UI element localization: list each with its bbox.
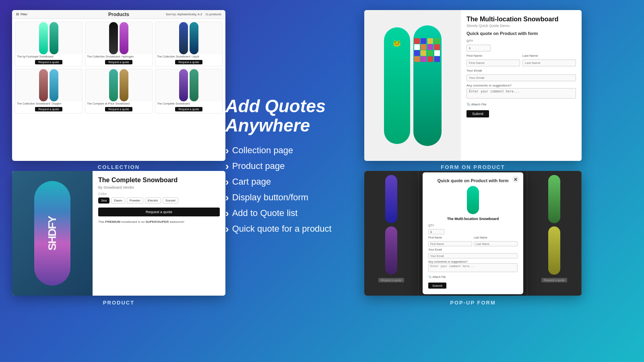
popup-product-name: The Multi-location Snowboard — [428, 217, 518, 221]
product-name-2: The Collection Snowboard: Hydrogen — [85, 54, 152, 59]
qty-label: QTY — [466, 39, 576, 43]
popup-comments-field: Any comments or suggestions? — [428, 260, 518, 274]
request-quote-btn-1[interactable]: Request a quote — [35, 60, 62, 64]
form-product-title: The Multi-location Snowboard — [466, 16, 576, 23]
popup-close-button[interactable]: × — [512, 176, 519, 183]
comments-input[interactable] — [466, 88, 576, 99]
product-name-6: The Complete Snowboard — [155, 101, 222, 106]
product-title: The Complete Snowboard — [98, 177, 220, 184]
list-item: The Collection Snowboard: Liquid Request… — [155, 22, 223, 66]
board-3b — [190, 22, 198, 54]
variant-powder[interactable]: Powder — [127, 197, 143, 204]
product-label-text: PRODUCT — [103, 300, 134, 306]
px — [421, 44, 426, 50]
px — [414, 50, 420, 56]
feature-block: Add Quotes Anywhere Collection page Prod… — [225, 97, 402, 237]
feature-item-3: Cart page — [225, 174, 402, 190]
product-image-5 — [85, 69, 152, 101]
product-quote-button[interactable]: Request a quote — [98, 208, 220, 216]
product-name-4: The Collection Snowboard: Oxygen — [15, 101, 82, 106]
form-submit-button[interactable]: Submit — [466, 110, 489, 117]
product-board-area: SHDFY — [12, 171, 93, 296]
email-label: Your Email — [466, 69, 576, 72]
email-input[interactable] — [466, 74, 576, 81]
request-quote-btn-4[interactable]: Request a quote — [35, 107, 62, 111]
popup-label-text: POP-UP FORM — [450, 300, 496, 306]
collection-header: ⊟ Filter Products Sort by: Alphabeticall… — [12, 10, 225, 19]
popup-bg-btn-1[interactable]: Request a quote — [378, 278, 404, 282]
product-details: The Complete Snowboard By Snowboard Vend… — [93, 171, 225, 296]
board-2a — [109, 22, 118, 54]
variant-sea[interactable]: Sea — [98, 197, 109, 204]
variant-electric[interactable]: Electric — [145, 197, 161, 204]
request-quote-btn-3[interactable]: Request a quote — [175, 60, 202, 64]
feature-item-4: Display button/form — [225, 190, 402, 206]
product-image-3 — [155, 22, 222, 54]
product-image-4 — [15, 69, 82, 101]
form-product-subtitle: Storely Quick Quote Demo — [466, 24, 576, 28]
popup-bg-btn-4[interactable]: Request a quote — [541, 278, 567, 282]
request-quote-btn-6[interactable]: Request a quote — [175, 107, 202, 111]
popup-first-name-input[interactable] — [428, 241, 472, 247]
popup-qty-input[interactable] — [428, 229, 444, 234]
px — [421, 56, 426, 62]
px — [434, 44, 440, 50]
form-board-pixel — [413, 25, 442, 146]
popup-submit-button[interactable]: Submit — [428, 283, 446, 289]
collection-label: COLLECTION — [12, 164, 225, 170]
popup-overlay: × Quick quote on Product with form The M… — [423, 173, 523, 294]
popup-email-label: Your Email — [428, 248, 518, 251]
feature-title: Add Quotes Anywhere — [225, 97, 402, 136]
request-quote-btn-2[interactable]: Request a quote — [105, 60, 132, 64]
variant-dawn[interactable]: Dawn — [111, 197, 125, 204]
popup-comments-label: Any comments or suggestions? — [428, 260, 518, 263]
filter-label[interactable]: Filter — [21, 13, 27, 16]
popup-email-field: Your Email — [428, 248, 518, 259]
last-name-input[interactable] — [522, 60, 576, 66]
product-image-2 — [85, 22, 152, 54]
px — [414, 56, 420, 62]
board-6a — [179, 69, 188, 101]
popup-first-name-field: First Name — [428, 236, 472, 247]
qty-input[interactable] — [466, 45, 491, 51]
px — [427, 50, 433, 56]
product-name-5: The Compare at Price Snowboard — [85, 101, 152, 106]
product-description: This PREMIUM snowboard is so SUPER/DUPER… — [98, 220, 220, 224]
first-name-input[interactable] — [466, 60, 520, 66]
popup-attach-icon: 📎 — [428, 276, 432, 278]
vendor-prefix: By — [98, 185, 103, 189]
feature-item-5: Add to Quote list — [225, 206, 402, 221]
product-panel-inner: SHDFY The Complete Snowboard By Snowboar… — [12, 171, 225, 296]
px — [427, 56, 433, 62]
feature-item-6: Quick quote for a product — [225, 221, 402, 237]
list-item: The Collection Snowboard: Oxygen Request… — [15, 69, 83, 113]
form-right: The Multi-location Snowboard Storely Qui… — [461, 10, 582, 161]
request-quote-btn-5[interactable]: Request a quote — [105, 107, 132, 111]
product-image-6 — [155, 69, 222, 101]
product-vendor: By Snowboard Vendor — [98, 185, 220, 189]
popup-last-name-input[interactable] — [474, 241, 518, 247]
popup-attach-label: Attach File — [433, 276, 446, 278]
variant-sunset[interactable]: Sunset — [163, 197, 178, 204]
attach-file: 📎 Attach File — [466, 103, 576, 106]
popup-email-input[interactable] — [428, 253, 518, 259]
board-5a — [109, 69, 118, 101]
board-4b — [50, 69, 58, 101]
px — [421, 50, 426, 56]
feature-list: Collection page Product page Cart page D… — [225, 143, 402, 237]
popup-comments-input[interactable] — [428, 263, 518, 272]
popup-board-7 — [548, 175, 560, 223]
board-2b — [120, 22, 128, 54]
product-name-1: The by Fushinyai Snowboard — [15, 54, 82, 59]
popup-last-name-field: Last Name — [474, 236, 518, 247]
popup-bg-col-4: Request a quote — [527, 171, 582, 296]
collection-grid: The by Fushinyai Snowboard Request a quo… — [12, 19, 225, 116]
filter-icon: ⊟ — [16, 12, 19, 16]
last-name-field: Last Name — [522, 54, 576, 66]
product-image-1 — [15, 22, 82, 54]
list-item: The Complete Snowboard Request a quote — [155, 69, 223, 113]
board-1a — [39, 22, 48, 54]
px — [427, 38, 433, 44]
popup-name-row: First Name Last Name — [428, 236, 518, 248]
qty-field: QTY — [466, 39, 576, 51]
